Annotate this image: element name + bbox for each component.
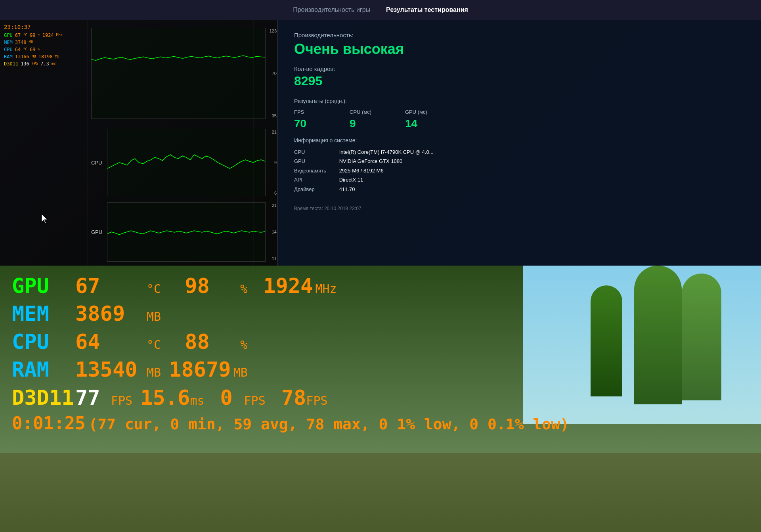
cpu-header: CPU (мс) <box>350 109 381 115</box>
sysinfo-label: Информация о системе: <box>294 137 745 144</box>
big-hud-mem-unit: MB <box>147 310 161 324</box>
benchmark-area: 23:10:37 GPU 67 °C 99 % 1924 MHz MEM 374… <box>0 20 761 266</box>
gpu-graph <box>107 202 266 262</box>
fps-graph-svg <box>92 28 265 119</box>
big-hud-d3d-fps0-unit: FPS <box>244 394 266 408</box>
hud-mem-val: 3748 <box>15 39 27 46</box>
big-hud-ram-val: 13540 <box>75 357 147 382</box>
big-hud-stats: (77 cur, 0 min, 59 avg, 78 max, 0 1% low… <box>88 415 569 433</box>
hud-ram-val2: 18198 <box>38 53 53 60</box>
big-hud-gpu-temp-unit: °C <box>147 282 161 296</box>
hud-cpu-load: 69 <box>30 46 35 53</box>
results-values: 70 9 14 <box>294 117 745 130</box>
big-hud-d3d-fps78-unit: FPS <box>306 394 327 408</box>
hud-d3d-fps-unit: FPS <box>32 61 38 67</box>
big-hud-cpu-load: 88 <box>185 329 240 354</box>
sysinfo-vram-row: Видеопамять 2925 М6 / 8192 М6 <box>294 166 745 175</box>
hud-ram-row: RAM 13166 MB 18198 MB <box>4 53 63 60</box>
sysinfo-gpu-key: GPU <box>294 157 338 166</box>
top-navigation: Производительность игры Результаты тести… <box>0 0 761 20</box>
cpu-y-labels: 21 9 6 <box>272 129 277 196</box>
big-hud-d3d-fps78: 78 <box>281 385 306 410</box>
big-hud-d3d-label: D3D11 <box>12 385 75 410</box>
big-hud-stats-row: 0:01:25 (77 cur, 0 min, 59 avg, 78 max, … <box>12 413 749 433</box>
big-hud-gpu-label: GPU <box>12 274 75 298</box>
big-hud-gpu-freq-unit: MHz <box>315 282 337 296</box>
hud-gpu-label: GPU <box>4 32 13 39</box>
big-hud-gpu-load-unit: % <box>240 282 247 296</box>
big-hud-ram-label: RAM <box>12 357 75 382</box>
big-hud-mem-label: MEM <box>12 301 75 326</box>
big-hud-d3d-fps0: 0 <box>220 385 244 410</box>
nav-test-results[interactable]: Результаты тестирования <box>386 6 468 13</box>
sysinfo-driver-row: Драйвер 411.70 <box>294 185 745 194</box>
gpu-result: 14 <box>405 117 437 130</box>
sysinfo-api-row: API DirectX 11 <box>294 175 745 184</box>
nav-game-performance[interactable]: Производительность игры <box>293 6 370 13</box>
sysinfo-vram-key: Видеопамять <box>294 166 338 175</box>
left-panel: 23:10:37 GPU 67 °C 99 % 1924 MHz MEM 374… <box>0 20 277 266</box>
big-hud-d3d-ms: 15.6 <box>140 385 190 410</box>
hud-cpu-temp: 64 <box>15 46 21 53</box>
hud-gpu-row: GPU 67 °C 99 % 1924 MHz <box>4 32 63 39</box>
hud-gpu-temp: 67 <box>15 32 21 39</box>
big-hud-gpu-temp: 67 <box>75 274 147 298</box>
frames-value: 8295 <box>294 74 745 88</box>
sysinfo-gpu-row: GPU NVIDIA GeForce GTX 1080 <box>294 157 745 166</box>
svg-marker-3 <box>42 214 47 223</box>
gpu-graph-section: GPU 21 14 11 <box>91 202 266 262</box>
gpu-header: GPU (мс) <box>405 109 437 115</box>
avg-results-label: Результаты (средн.): <box>294 98 745 104</box>
hud-cpu-load-unit: % <box>38 47 40 52</box>
performance-label: Производительность: <box>294 32 745 38</box>
hud-cpu-label: CPU <box>4 46 13 53</box>
fps-y-bot: 35 <box>272 113 277 118</box>
gpu-graph-label: GPU <box>91 229 102 235</box>
hud-d3d-ms-unit: ms <box>52 61 56 67</box>
sysinfo-api-val: DirectX 11 <box>339 177 363 183</box>
gpu-y-labels: 21 14 11 <box>272 202 277 262</box>
performance-value: Очень высокая <box>294 41 745 57</box>
hud-gpu-freq-unit: MHz <box>56 33 63 38</box>
sysinfo-driver-val: 411.70 <box>339 186 355 192</box>
hud-ram-val: 13166 <box>15 53 29 60</box>
big-hud-mem-row: MEM 3869 MB <box>12 301 749 326</box>
fps-y-labels: 123 70 35 <box>270 28 277 119</box>
gpu-y-bot: 11 <box>272 256 277 261</box>
hud-mem-label: MEM <box>4 39 13 46</box>
big-hud-ram-row: RAM 13540 MB 18679 MB <box>12 357 749 382</box>
hud-ram-unit2: MB <box>55 54 59 59</box>
fps-graph-section: 123 70 35 <box>91 28 266 119</box>
cpu-graph-label: CPU <box>91 160 102 166</box>
hud-gpu-load: 99 <box>30 32 35 39</box>
cpu-graph-svg <box>107 129 265 196</box>
sysinfo-vram-val: 2925 М6 / 8192 М6 <box>339 168 384 174</box>
sysinfo-gpu-val: NVIDIA GeForce GTX 1080 <box>339 158 403 164</box>
results-headers: FPS CPU (мс) GPU (мс) <box>294 109 745 115</box>
gpu-graph-svg <box>107 203 265 261</box>
hud-gpu-load-unit: % <box>38 33 40 38</box>
big-hud-d3d-fps-unit: FPS <box>111 394 132 408</box>
sysinfo-driver-key: Драйвер <box>294 185 338 194</box>
hud-gpu-temp-unit: °C <box>23 33 27 38</box>
big-hud-gpu-freq: 1924 <box>263 274 313 298</box>
game-screenshot: GPU 67 °C 98 % 1924 MHz MEM 3869 MB CPU … <box>0 266 761 532</box>
big-hud-d3d-ms-unit: ms <box>190 394 204 408</box>
big-hud-cpu-temp-unit: °C <box>147 338 161 352</box>
fps-result: 70 <box>294 117 326 130</box>
test-time: Время теста: 20.10.2018 23:07 <box>294 206 745 211</box>
big-hud-d3d-row: D3D11 77 FPS 15.6 ms 0 FPS 78 FPS <box>12 385 749 410</box>
sysinfo-cpu-val: Intel(R) Core(TM) i7-4790K CPU @ 4.0... <box>339 149 434 155</box>
hud-d3d-ms: 7.3 <box>40 60 49 67</box>
big-hud-time: 0:01:25 <box>12 413 85 433</box>
hud-d3d-fps: 136 <box>21 60 29 67</box>
hud-mem-unit: MB <box>29 40 33 45</box>
fps-graph <box>91 28 266 119</box>
big-hud-cpu-row: CPU 64 °C 88 % <box>12 329 749 354</box>
hud-gpu-freq: 1924 <box>42 32 54 39</box>
hud-time: 23:10:37 <box>4 24 63 30</box>
big-hud-ram-unit2: MB <box>233 366 248 380</box>
hud-overlay: 23:10:37 GPU 67 °C 99 % 1924 MHz MEM 374… <box>4 24 63 67</box>
mouse-cursor <box>42 214 50 222</box>
big-hud-d3d-fps: 77 <box>75 385 111 410</box>
